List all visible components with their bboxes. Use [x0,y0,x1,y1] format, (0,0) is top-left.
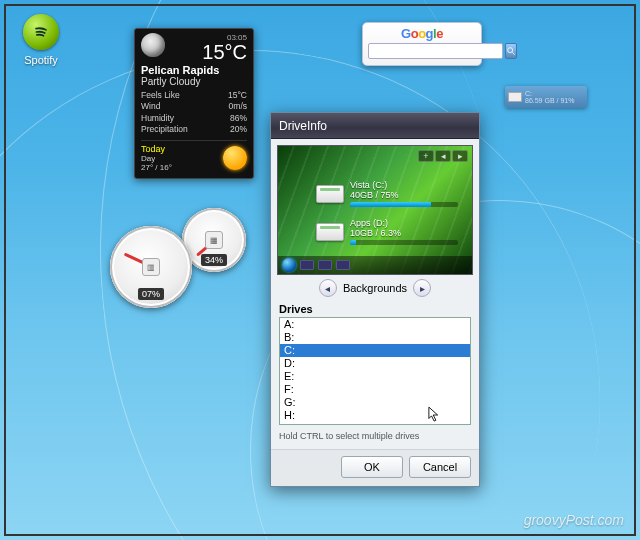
hard-drive-icon [316,185,344,203]
mini-drive-stats: 86.59 GB / 91% [525,97,574,104]
forecast-title: Today [141,144,172,154]
moon-icon [141,33,165,57]
preview-prev-button[interactable]: ◂ [435,150,451,162]
cancel-button[interactable]: Cancel [409,456,471,478]
preview-next-button[interactable]: ▸ [452,150,468,162]
backgrounds-label: Backgrounds [343,282,407,294]
drive-row[interactable]: D: [280,357,470,370]
mini-drive-gadget[interactable]: C: 86.59 GB / 91% [505,86,587,108]
spotify-icon [23,14,59,50]
drive-row[interactable]: C: [280,344,470,357]
preview-drive1-name: Vista (C:) [350,180,458,190]
preview-add-button[interactable]: + [418,150,434,162]
ok-button[interactable]: OK [341,456,403,478]
hard-drive-icon [508,92,522,102]
preview-drive1-stats: 40GB / 75% [350,190,458,200]
mini-drive-label: C: [525,90,574,97]
drive-row[interactable]: I: [280,422,470,425]
google-logo: Google [368,26,476,41]
google-search-button[interactable] [505,43,517,59]
dialog-titlebar[interactable]: DriveInfo [271,113,479,139]
driveinfo-dialog: DriveInfo + ◂ ▸ Vista (C:) 40GB / 75% Ap… [270,112,480,487]
preview-drive2-name: Apps (D:) [350,218,458,228]
background-prev-button[interactable]: ◂ [319,279,337,297]
preview-drive1-bar [350,202,431,207]
desktop-icon-spotify[interactable]: Spotify [12,14,70,66]
drive-row[interactable]: E: [280,370,470,383]
drive-row[interactable]: B: [280,331,470,344]
watermark: groovyPost.com [524,512,624,528]
taskbar-icon [336,260,350,270]
hard-drive-icon [316,223,344,241]
weather-location: Pelican Rapids [141,64,247,76]
cpu-gauge: ▥ 07% [110,226,192,308]
background-next-button[interactable]: ▸ [413,279,431,297]
sun-icon [223,146,247,170]
drive-row[interactable]: G: [280,396,470,409]
drive-row[interactable]: H: [280,409,470,422]
background-preview: + ◂ ▸ Vista (C:) 40GB / 75% Apps (D:) 10… [277,145,473,275]
drives-listbox[interactable]: A:B:C:D:E:F:G:H:I:J: [279,317,471,425]
weather-gadget[interactable]: 03:05 15°C Pelican Rapids Partly Cloudy … [134,28,254,179]
weather-temp: 15°C [202,42,247,62]
drives-hint: Hold CTRL to select multiple drives [271,429,479,449]
weather-condition: Partly Cloudy [141,76,247,87]
taskbar-icon [318,260,332,270]
preview-drive2-stats: 10GB / 6.3% [350,228,458,238]
svg-line-1 [512,52,515,55]
svg-point-0 [508,48,513,53]
drive-row[interactable]: A: [280,318,470,331]
start-orb-icon [282,258,296,272]
drive-row[interactable]: F: [280,383,470,396]
ram-value: 34% [201,254,227,266]
dialog-title: DriveInfo [279,119,327,133]
cpu-value: 07% [138,288,164,300]
google-search-input[interactable] [368,43,503,59]
drives-heading: Drives [271,303,479,317]
cpu-meter-gadget[interactable]: ▦ 34% ▥ 07% [110,208,260,318]
desktop-icon-label: Spotify [12,54,70,66]
preview-drive2-bar [350,240,356,245]
google-search-gadget[interactable]: Google [362,22,482,66]
taskbar-icon [300,260,314,270]
